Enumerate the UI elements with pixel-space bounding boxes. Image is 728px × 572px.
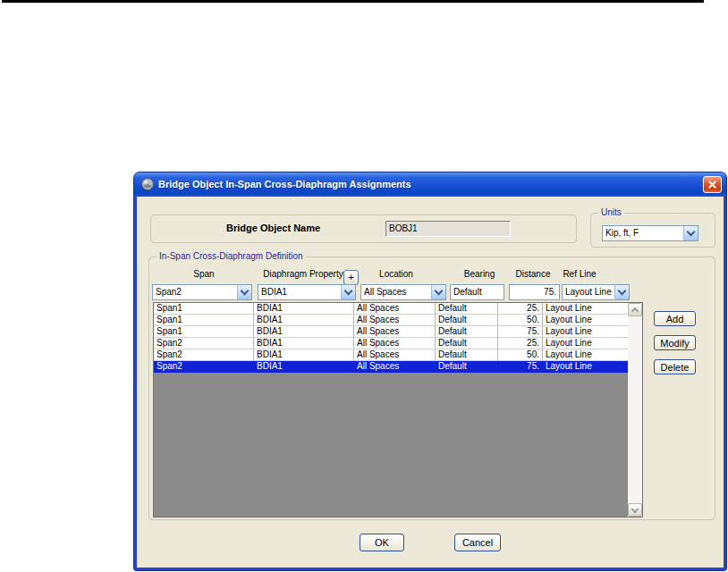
column-header-ref-line: Ref Line [526, 269, 633, 279]
assignments-table: Span1 BDIA1 All Spaces Default 25. Layou… [153, 302, 643, 517]
cell-location: All Spaces [354, 326, 436, 338]
bridge-object-name-label: Bridge Object Name [226, 223, 320, 233]
in-span-definition-caption: In-Span Cross-Diaphragm Definition [157, 251, 306, 261]
cell-location: All Spaces [354, 303, 436, 315]
cell-distance: 75. [498, 326, 543, 338]
cell-location: All Spaces [354, 315, 436, 326]
table-row[interactable]: Span1 BDIA1 All Spaces Default 25. Layou… [154, 303, 629, 315]
units-dropdown[interactable]: Kip, ft, F [602, 225, 698, 241]
cell-span: Span2 [154, 349, 254, 361]
ref-line-dropdown-arrow[interactable] [614, 285, 629, 299]
cell-distance: 50. [498, 315, 543, 326]
dialog-bridge-object-in-span-cross-diaphragm-assignments: Bridge Object In-Span Cross-Diaphragm As… [134, 172, 726, 570]
units-group-caption: Units [598, 207, 624, 217]
in-span-definition-group: In-Span Cross-Diaphragm Definition Span … [148, 257, 715, 520]
cell-ref-line: Layout Line [543, 315, 629, 326]
cell-distance: 25. [498, 303, 543, 315]
cell-bearing: Default [436, 315, 498, 326]
span-dropdown-value: Span2 [156, 286, 236, 299]
scroll-down-button[interactable] [628, 503, 642, 517]
span-dropdown[interactable]: Span2 [152, 284, 252, 300]
table-scrollbar[interactable] [628, 303, 642, 517]
chevron-down-icon [687, 228, 696, 237]
chevron-down-icon [618, 287, 627, 296]
cell-distance: 75. [498, 361, 543, 373]
chevron-down-icon [631, 505, 639, 512]
cell-diaphragm: BDIA1 [254, 349, 354, 361]
diaphragm-property-dropdown[interactable]: BDIA1 [258, 284, 356, 300]
table-row[interactable]: Span2 BDIA1 All Spaces Default 25. Layou… [154, 338, 629, 349]
cell-location: All Spaces [354, 349, 436, 361]
chevron-down-icon [344, 287, 353, 296]
cell-diaphragm: BDIA1 [254, 338, 354, 349]
cell-span: Span1 [154, 303, 254, 315]
bridge-object-name-group: Bridge Object Name BOBJ1 [150, 214, 577, 243]
cell-diaphragm: BDIA1 [254, 326, 354, 338]
location-dropdown[interactable]: All Spaces [360, 284, 446, 300]
cell-span: Span1 [154, 326, 254, 338]
cell-ref-line: Layout Line [543, 361, 629, 373]
cell-span: Span2 [154, 361, 254, 373]
cell-distance: 50. [498, 349, 543, 361]
units-dropdown-arrow[interactable] [683, 226, 698, 240]
cell-bearing: Default [436, 338, 498, 349]
diaphragm-property-dropdown-arrow[interactable] [341, 285, 355, 299]
scroll-up-button[interactable] [628, 303, 642, 316]
assignments-rows: Span1 BDIA1 All Spaces Default 25. Layou… [154, 303, 629, 373]
table-row[interactable]: Span1 BDIA1 All Spaces Default 50. Layou… [154, 315, 629, 326]
title-bar[interactable]: Bridge Object In-Span Cross-Diaphragm As… [134, 172, 726, 197]
cell-ref-line: Layout Line [543, 326, 629, 338]
bearing-input[interactable]: Default [450, 284, 504, 300]
window-title: Bridge Object In-Span Cross-Diaphragm As… [158, 172, 411, 197]
ref-line-dropdown[interactable]: Layout Line [562, 284, 630, 300]
close-icon [707, 180, 717, 189]
cell-location: All Spaces [354, 338, 436, 349]
location-dropdown-arrow[interactable] [431, 285, 445, 299]
cell-bearing: Default [436, 349, 498, 361]
delete-button[interactable]: Delete [654, 359, 696, 374]
ok-button[interactable]: OK [360, 534, 404, 551]
table-row[interactable]: Span1 BDIA1 All Spaces Default 75. Layou… [154, 326, 629, 338]
cell-ref-line: Layout Line [543, 303, 629, 315]
chevron-down-icon [435, 287, 444, 296]
units-dropdown-value: Kip, ft, F [605, 227, 682, 240]
close-button[interactable] [703, 176, 722, 193]
table-row[interactable]: Span2 BDIA1 All Spaces Default 50. Layou… [154, 349, 629, 361]
cell-ref-line: Layout Line [543, 338, 629, 349]
page: Bridge Object In-Span Cross-Diaphragm As… [0, 0, 728, 572]
location-dropdown-value: All Spaces [364, 286, 430, 299]
cell-span: Span1 [154, 315, 254, 326]
cell-diaphragm: BDIA1 [254, 315, 354, 326]
cell-diaphragm: BDIA1 [254, 361, 354, 373]
diaphragm-property-dropdown-value: BDIA1 [261, 286, 340, 299]
cell-bearing: Default [436, 326, 498, 338]
cell-bearing: Default [436, 361, 498, 373]
page-top-rule [2, 0, 704, 3]
add-button[interactable]: Add [654, 311, 696, 326]
column-header-span: Span [150, 269, 258, 279]
units-group: Units Kip, ft, F [590, 213, 715, 248]
modify-button[interactable]: Modify [654, 335, 696, 350]
distance-input[interactable]: 75. [509, 284, 560, 300]
span-dropdown-arrow[interactable] [237, 285, 251, 299]
cell-location: All Spaces [354, 361, 436, 373]
cell-ref-line: Layout Line [543, 349, 629, 361]
column-header-diaphragm-property: Diaphragm Property [250, 269, 357, 279]
app-icon [140, 177, 155, 191]
table-row-selected[interactable]: Span2 BDIA1 All Spaces Default 75. Layou… [154, 361, 629, 373]
cell-diaphragm: BDIA1 [254, 303, 354, 315]
chevron-down-icon [241, 287, 250, 296]
bridge-object-name-field[interactable]: BOBJ1 [385, 221, 511, 237]
cell-span: Span2 [154, 338, 254, 349]
ref-line-dropdown-value: Layout Line [565, 286, 614, 299]
chevron-up-icon [631, 307, 639, 314]
cancel-button[interactable]: Cancel [454, 534, 501, 551]
cell-distance: 25. [498, 338, 543, 349]
cell-bearing: Default [436, 303, 498, 315]
